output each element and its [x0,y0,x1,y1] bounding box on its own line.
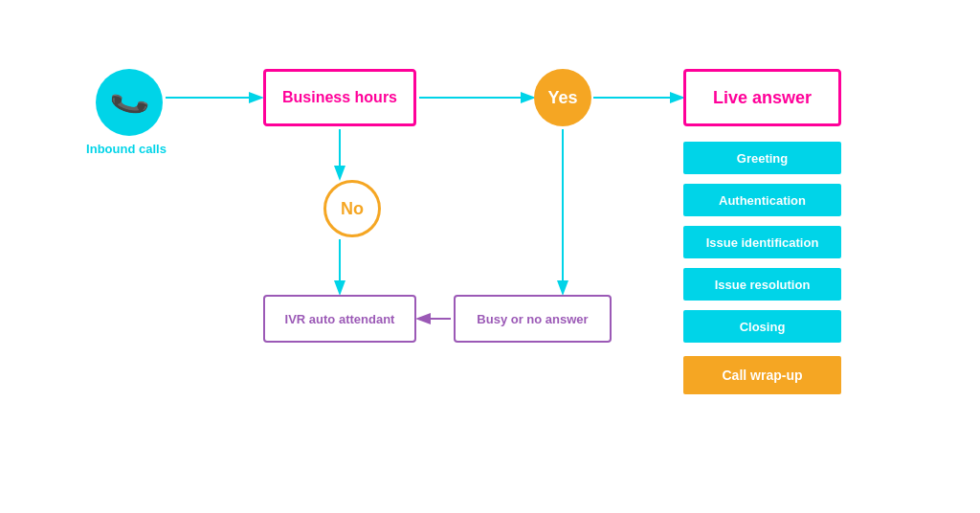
live-answer-box: Live answer [683,69,841,126]
phone-icon-circle: 📞 [96,69,163,136]
step-issue-res-box: Issue resolution [683,268,841,301]
inbound-calls-label: Inbound calls [78,142,174,156]
step-greeting-box: Greeting [683,142,841,174]
yes-circle: Yes [534,69,591,126]
live-answer-text: Live answer [713,88,812,108]
wrap-up-box: Call wrap-up [683,356,841,394]
no-circle: No [323,180,381,237]
step-closing-box: Closing [683,310,841,343]
phone-icon: 📞 [107,80,152,124]
yes-text: Yes [547,88,577,108]
step-issue-id-box: Issue identification [683,226,841,258]
inbound-calls-text: Inbound calls [86,142,167,156]
step-closing-text: Closing [740,320,786,334]
wrap-up-text: Call wrap-up [722,368,802,383]
busy-box: Busy or no answer [454,295,612,343]
ivr-box: IVR auto attendant [263,295,416,343]
step-issue-res-text: Issue resolution [715,278,811,292]
step-greeting-text: Greeting [737,151,788,166]
business-hours-text: Business hours [282,89,397,106]
busy-text: Busy or no answer [477,312,588,326]
ivr-text: IVR auto attendant [285,312,395,326]
step-issue-id-text: Issue identification [706,235,819,250]
diagram-container: 📞 Inbound calls Business hours Yes No Li… [0,0,980,513]
business-hours-box: Business hours [263,69,416,126]
step-auth-box: Authentication [683,184,841,216]
step-auth-text: Authentication [719,193,806,208]
no-text: No [341,199,364,219]
